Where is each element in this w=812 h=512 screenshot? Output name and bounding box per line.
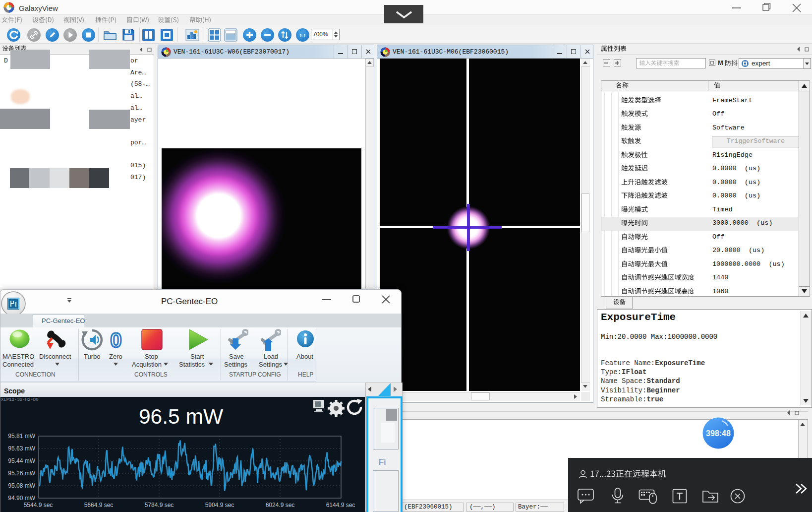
svg-text:0: 0 xyxy=(110,328,121,351)
svg-text:1:1: 1:1 xyxy=(299,33,306,38)
svg-text:398:48: 398:48 xyxy=(706,429,731,438)
